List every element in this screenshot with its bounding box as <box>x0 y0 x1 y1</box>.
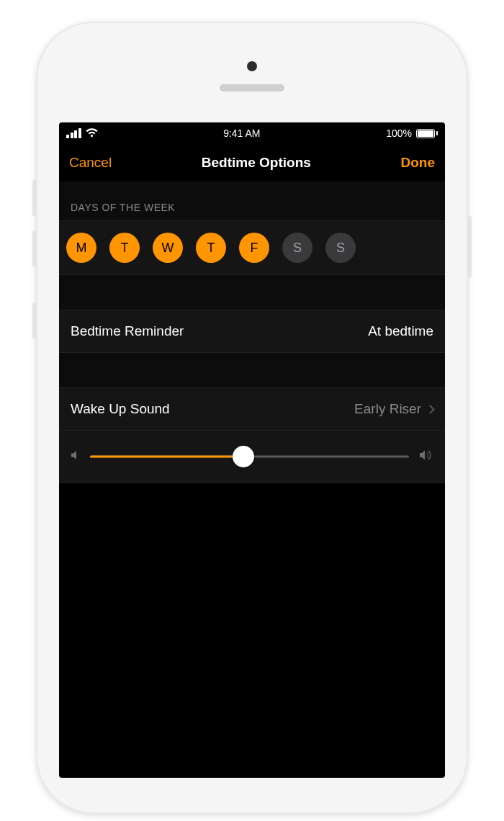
volume-slider[interactable] <box>90 447 409 467</box>
bedtime-reminder-row[interactable]: Bedtime Reminder At bedtime <box>59 310 445 353</box>
wake-up-sound-row[interactable]: Wake Up Sound Early Riser <box>59 387 445 431</box>
done-button[interactable]: Done <box>400 155 435 171</box>
status-bar: 9:41 AM 100% <box>59 122 445 144</box>
day-toggle-4[interactable]: F <box>239 233 269 263</box>
battery-icon <box>416 129 438 138</box>
day-toggle-2[interactable]: W <box>153 233 183 263</box>
day-toggle-5[interactable]: S <box>282 233 312 263</box>
days-row: MTWTFSS <box>59 220 445 275</box>
chevron-right-icon <box>426 405 435 414</box>
battery-percent: 100% <box>386 127 412 139</box>
day-toggle-3[interactable]: T <box>196 233 226 263</box>
wake-up-sound-label: Wake Up Sound <box>71 401 170 417</box>
front-camera <box>247 61 257 71</box>
day-toggle-0[interactable]: M <box>66 233 96 263</box>
screen: 9:41 AM 100% Cancel Bedtime Options Done… <box>59 122 445 778</box>
status-time: 9:41 AM <box>223 127 260 139</box>
page-title: Bedtime Options <box>202 155 311 171</box>
phone-frame: 9:41 AM 100% Cancel Bedtime Options Done… <box>36 22 468 814</box>
section-spacer <box>59 275 445 310</box>
volume-low-icon <box>71 450 80 463</box>
wake-up-sound-value: Early Riser <box>354 401 421 417</box>
day-toggle-1[interactable]: T <box>109 233 140 263</box>
day-toggle-6[interactable]: S <box>325 233 356 263</box>
bedtime-reminder-value: At bedtime <box>368 323 433 339</box>
bedtime-reminder-label: Bedtime Reminder <box>71 323 184 339</box>
volume-row <box>59 431 445 483</box>
cancel-button[interactable]: Cancel <box>69 155 112 171</box>
earpiece-speaker <box>220 84 284 91</box>
cellular-signal-icon <box>66 128 81 138</box>
volume-high-icon <box>419 449 433 464</box>
nav-bar: Cancel Bedtime Options Done <box>59 144 445 181</box>
wifi-icon <box>86 128 98 139</box>
section-spacer <box>59 353 445 387</box>
sensor-cluster <box>220 61 284 91</box>
days-section-header: DAYS OF THE WEEK <box>59 181 445 220</box>
